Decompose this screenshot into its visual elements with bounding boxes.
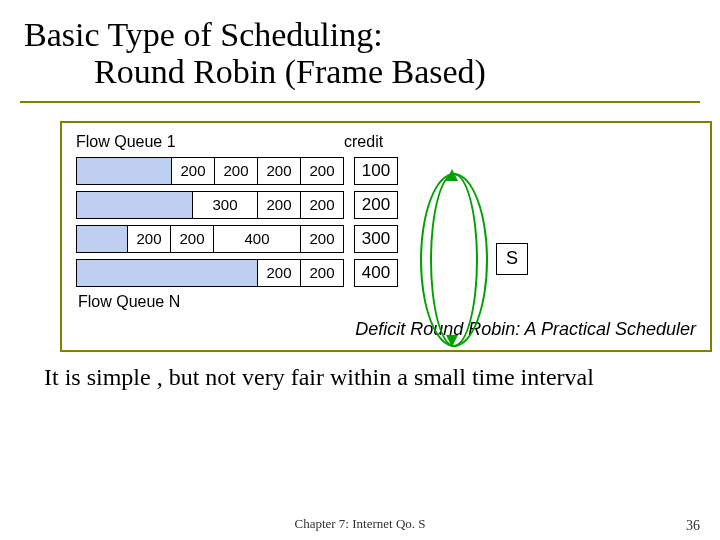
packet: 200 — [170, 225, 214, 253]
queue-3: 200 200 400 200 — [76, 225, 344, 253]
credit-2: 200 — [354, 191, 398, 219]
flow-queue-n-label: Flow Queue N — [78, 293, 696, 311]
credit-1: 100 — [354, 157, 398, 185]
queue-row-4: 200 200 400 — [76, 259, 696, 287]
queue-row-1: 200 200 200 200 100 — [76, 157, 696, 185]
packet: 200 — [257, 259, 301, 287]
title-block: Basic Type of Scheduling: Round Robin (F… — [20, 10, 700, 103]
credit-4: 400 — [354, 259, 398, 287]
page-number: 36 — [686, 518, 700, 534]
packet: 200 — [171, 157, 215, 185]
packet: 200 — [300, 259, 344, 287]
title-line-1: Basic Type of Scheduling: — [24, 16, 696, 53]
queue-1: 200 200 200 200 — [76, 157, 344, 185]
queue-row-2: 300 200 200 200 — [76, 191, 696, 219]
credit-3: 300 — [354, 225, 398, 253]
packet: 200 — [127, 225, 171, 253]
credit-label: credit — [344, 133, 404, 151]
diagram-box: Flow Queue 1 credit 200 200 200 200 100 … — [60, 121, 712, 352]
packet: 400 — [213, 225, 301, 253]
title-line-2: Round Robin (Frame Based) — [24, 53, 696, 90]
queue-2: 300 200 200 — [76, 191, 344, 219]
slide-title: Basic Type of Scheduling: Round Robin (F… — [24, 16, 696, 91]
packet: 200 — [214, 157, 258, 185]
queue-row-3: 200 200 400 200 300 — [76, 225, 696, 253]
packet: 200 — [257, 191, 301, 219]
packet: 200 — [300, 157, 344, 185]
flow-queue-1-label: Flow Queue 1 — [76, 133, 344, 151]
bottom-text: It is simple , but not very fair within … — [44, 364, 700, 391]
slide: Basic Type of Scheduling: Round Robin (F… — [0, 0, 720, 540]
packet: 200 — [257, 157, 301, 185]
drr-caption: Deficit Round Robin: A Practical Schedul… — [76, 319, 696, 340]
queue-4: 200 200 — [76, 259, 344, 287]
footer-text: Chapter 7: Internet Qo. S — [0, 516, 720, 532]
packet: 200 — [300, 225, 344, 253]
packet: 200 — [300, 191, 344, 219]
top-labels: Flow Queue 1 credit — [76, 133, 696, 151]
packet: 300 — [192, 191, 258, 219]
